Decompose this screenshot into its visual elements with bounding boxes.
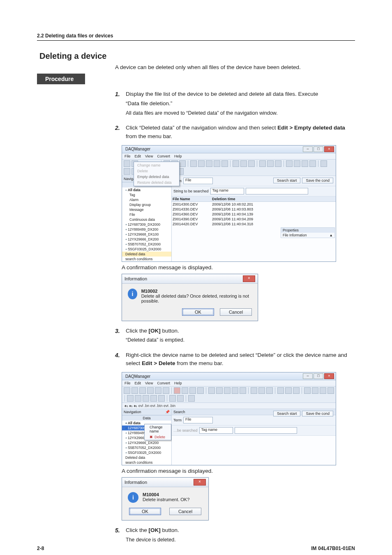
search-text-input[interactable]	[246, 188, 308, 194]
nav-deleted-data[interactable]: Deleted data	[122, 252, 171, 257]
toolbar-icon[interactable]	[259, 160, 266, 167]
edit-delete-item[interactable]: Delete	[134, 168, 179, 174]
nav-file[interactable]: File	[122, 212, 171, 217]
toolbar-icon[interactable]	[124, 168, 130, 175]
toolbar-icon[interactable]	[302, 160, 308, 167]
minimize-button[interactable]: –	[303, 146, 313, 152]
toolbar-icon[interactable]	[189, 387, 196, 394]
term-select[interactable]: File	[183, 417, 213, 423]
close-button[interactable]: ×	[324, 373, 334, 379]
tagname-select[interactable]: Tag name	[199, 427, 233, 434]
nav-alarm[interactable]: Alarm	[122, 197, 171, 202]
cancel-button[interactable]: Cancel	[220, 308, 252, 316]
nav-tag[interactable]: Tag	[122, 192, 171, 197]
toolbar-icon[interactable]	[127, 395, 134, 402]
term-select[interactable]: File	[183, 178, 213, 184]
toolbar-icon[interactable]	[251, 387, 257, 394]
toolbar-icon[interactable]	[240, 387, 246, 394]
nav-search-cond[interactable]: search conditions	[122, 460, 171, 465]
menu-convert[interactable]: Convert	[157, 154, 170, 158]
file-cell[interactable]: Z0014300.DEV	[173, 202, 212, 206]
toolbar-icon[interactable]	[208, 387, 215, 394]
file-cell[interactable]: Z0014420.DEV	[173, 222, 212, 226]
nav-message[interactable]: Message	[122, 207, 171, 212]
toolbar-icon[interactable]	[155, 387, 161, 394]
toolbar-icon[interactable]	[293, 387, 300, 394]
toolbar-icon[interactable]	[182, 387, 188, 394]
toolbar-icon[interactable]	[163, 387, 169, 394]
toolbar-icon[interactable]	[135, 395, 141, 402]
nav-all-data[interactable]: All data	[128, 421, 141, 425]
toolbar-icon[interactable]	[267, 160, 274, 167]
nav-continuous[interactable]: Continuous data	[122, 217, 171, 222]
nav-device[interactable]: S5GF03025_DX2000	[128, 247, 161, 251]
toolbar-icon[interactable]	[286, 160, 293, 167]
toolbar-icon[interactable]	[139, 387, 146, 394]
ctx-change-name[interactable]: Change name	[145, 424, 171, 434]
nav-display-group[interactable]: Display group	[122, 202, 171, 207]
nav-device[interactable]: S5GF03025_DX2000	[128, 451, 161, 455]
search-start-button[interactable]: Search start	[273, 411, 301, 416]
nav-tab[interactable]: Data	[122, 415, 171, 421]
edit-change-name-item[interactable]: Change name	[134, 162, 179, 168]
toolbar-icon[interactable]	[174, 387, 180, 394]
file-cell[interactable]: Z0014330.DEV	[173, 207, 212, 211]
close-button[interactable]: ×	[324, 146, 334, 152]
toolbar-icon[interactable]	[294, 160, 300, 167]
search-text-input[interactable]	[235, 427, 297, 434]
toolbar-icon[interactable]	[188, 395, 195, 402]
toolbar-icon[interactable]	[277, 387, 284, 394]
nav-device[interactable]: 12YX29666_DX200	[128, 441, 159, 445]
toolbar-icon[interactable]	[233, 160, 239, 167]
toolbar-icon[interactable]	[131, 387, 138, 394]
toolbar-icon[interactable]	[158, 395, 165, 402]
toolbar-icon[interactable]	[206, 160, 212, 167]
menu-help[interactable]: Help	[174, 154, 182, 158]
menu-file[interactable]: File	[125, 381, 131, 385]
menu-file[interactable]: File	[125, 154, 131, 158]
file-cell[interactable]: Z0014360.DEV	[173, 212, 212, 216]
menu-convert[interactable]: Convert	[157, 381, 170, 385]
maximize-button[interactable]: □	[314, 146, 323, 152]
save-cond-button[interactable]: Save the cond	[302, 411, 333, 416]
toolbar-icon[interactable]	[190, 160, 197, 167]
col-file-name[interactable]: File Name	[173, 197, 212, 201]
toolbar-icon[interactable]	[327, 387, 334, 394]
nav-device[interactable]: 12YX29668_DX100	[128, 232, 159, 236]
tagname-select[interactable]: Tag name	[210, 188, 244, 194]
toolbar-icon[interactable]	[221, 160, 228, 167]
save-cond-button[interactable]: Save the cond	[302, 178, 333, 183]
toolbar-icon[interactable]	[169, 395, 176, 402]
ok-button[interactable]: OK	[182, 308, 214, 316]
toolbar-icon[interactable]	[309, 160, 316, 167]
nav-device[interactable]: 12YX29666_DX200	[128, 237, 159, 241]
toolbar-icon[interactable]	[232, 387, 238, 394]
edit-restore-item[interactable]: Restore deleted data	[134, 180, 179, 185]
menu-edit[interactable]: Edit	[135, 154, 141, 158]
toolbar-icon[interactable]	[304, 387, 311, 394]
toolbar-icon[interactable]	[266, 387, 273, 394]
toolbar-icon[interactable]	[248, 160, 255, 167]
toolbar-icon[interactable]	[143, 395, 149, 402]
toolbar-icon[interactable]	[147, 387, 154, 394]
toolbar-icon[interactable]	[320, 387, 326, 394]
ok-button[interactable]: OK	[129, 508, 161, 515]
nav-device[interactable]: 12Y889489_DX200	[128, 227, 158, 231]
menu-edit[interactable]: Edit	[135, 381, 141, 385]
toolbar-icon[interactable]	[321, 160, 327, 167]
col-deletion-time[interactable]: Deletion time	[212, 197, 335, 201]
toolbar-icon[interactable]	[124, 387, 130, 394]
ctx-delete[interactable]: ✖Delete	[145, 434, 171, 440]
menu-view[interactable]: View	[145, 381, 153, 385]
menu-view[interactable]: View	[145, 154, 153, 158]
toolbar-icon[interactable]	[150, 395, 157, 402]
toolbar-icon[interactable]	[224, 387, 231, 394]
dialog-close-button[interactable]: ×	[194, 479, 206, 486]
menu-help[interactable]: Help	[174, 381, 182, 385]
cancel-button[interactable]: Cancel	[169, 508, 201, 515]
minimize-button[interactable]: –	[303, 373, 313, 379]
toolbar-icon[interactable]	[197, 387, 204, 394]
nav-all-data[interactable]: All data	[128, 188, 141, 192]
toolbar-icon[interactable]	[216, 387, 223, 394]
nav-device[interactable]: S5B707052_DX2000	[128, 242, 161, 246]
